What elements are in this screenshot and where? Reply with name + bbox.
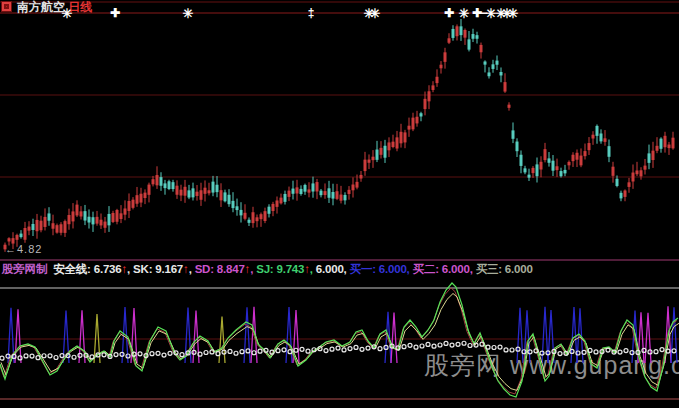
chart-titlebar: 南方航空 日线 — [0, 0, 679, 13]
indicator-segment: 买二: 6.000 — [413, 263, 470, 275]
stock-name: 南方航空 — [17, 0, 65, 14]
indicator-segment: SK: 9.167 — [133, 263, 183, 275]
maker-watermark-label: 股旁网制 — [2, 263, 47, 275]
indicator-segment: 买三: 6.000 — [476, 263, 533, 275]
main-chart-region[interactable] — [0, 13, 679, 260]
app-icon — [1, 1, 12, 12]
indicator-segment: SD: 8.847 — [195, 263, 245, 275]
indicator-segment: 安全线: 6.736 — [53, 263, 121, 275]
indicator-segment: 6.000 — [316, 263, 344, 275]
indicator-status-line: 股旁网制安全线: 6.736↑, SK: 9.167↑, SD: 8.847↑,… — [2, 262, 679, 277]
trading-app-window: 南方航空 日线 ✳✚✳‡✳✳✚✳✚−✳✳✳✳ ←4.82 股旁网制安全线: 6.… — [0, 0, 679, 408]
indicator-segment: 买一: 6.000 — [350, 263, 407, 275]
indicator-segment: SJ: 9.743 — [256, 263, 304, 275]
oscillator-panel-region[interactable] — [0, 288, 679, 400]
indicator-values: 安全线: 6.736↑, SK: 9.167↑, SD: 8.847↑, SJ:… — [53, 263, 532, 275]
